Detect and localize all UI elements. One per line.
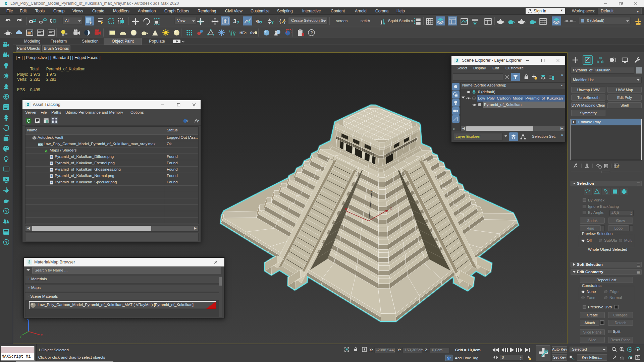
svg-text:?: ? xyxy=(5,240,8,244)
svg-text:?: ? xyxy=(236,20,239,25)
svg-text:?: ? xyxy=(5,209,8,213)
svg-text:z: z xyxy=(371,188,373,192)
svg-text:?: ? xyxy=(248,20,250,25)
svg-text:0x: 0x xyxy=(250,31,255,35)
svg-text:x: x xyxy=(390,206,392,210)
svg-text:MAX: MAX xyxy=(38,143,43,146)
svg-text:y: y xyxy=(20,335,21,338)
svg-text:x: x xyxy=(41,333,43,337)
svg-text:3: 3 xyxy=(233,18,236,24)
svg-text:HF: HF xyxy=(239,31,245,35)
svg-text:?: ? xyxy=(271,20,274,25)
svg-text:?: ? xyxy=(186,119,188,123)
svg-text:{: { xyxy=(279,18,281,24)
svg-text:?: ? xyxy=(310,30,313,35)
svg-text:?: ? xyxy=(197,119,199,123)
svg-text:?: ? xyxy=(260,20,262,25)
